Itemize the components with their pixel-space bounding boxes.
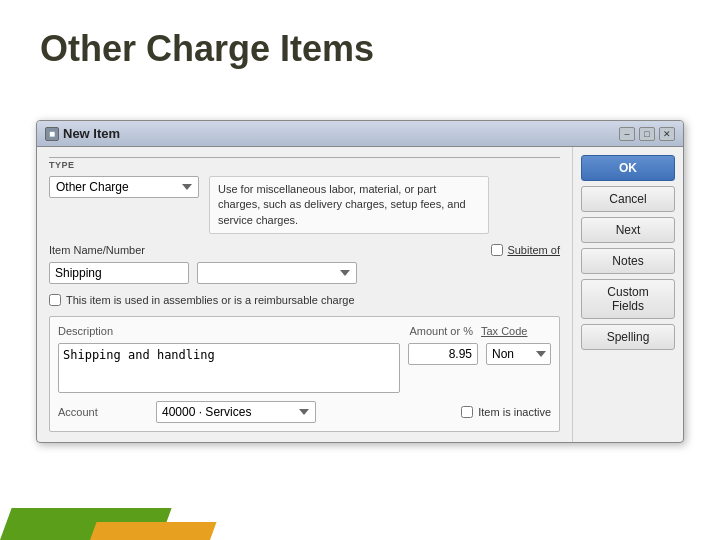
description-area: Description Amount or % Tax Code Shippin… — [49, 316, 560, 432]
taxcode-header: Tax Code — [481, 325, 551, 337]
account-label: Account — [58, 406, 148, 418]
amount-input[interactable] — [408, 343, 478, 365]
titlebar-controls: – □ ✕ — [619, 127, 675, 141]
desc-header-row: Description Amount or % Tax Code — [58, 325, 551, 337]
dialog-left-panel: TYPE Other Charge Use for miscellaneous … — [37, 147, 573, 442]
item-name-input[interactable] — [49, 262, 189, 284]
custom-fields-button[interactable]: Custom Fields — [581, 279, 675, 319]
maximize-button[interactable]: □ — [639, 127, 655, 141]
description-header: Description — [58, 325, 375, 337]
item-name-label: Item Name/Number — [49, 244, 145, 256]
assembly-checkbox[interactable] — [49, 294, 61, 306]
assembly-label: This item is used in assemblies or is a … — [66, 294, 355, 306]
dialog-title: New Item — [63, 126, 120, 141]
type-row: Other Charge Use for miscellaneous labor… — [49, 176, 560, 234]
subitem-label: Subitem of — [507, 244, 560, 256]
dialog-icon: ■ — [45, 127, 59, 141]
ok-button[interactable]: OK — [581, 155, 675, 181]
amount-header: Amount or % — [383, 325, 473, 337]
dialog-right-panel: OK Cancel Next Notes Custom Fields Spell… — [573, 147, 683, 442]
next-button[interactable]: Next — [581, 217, 675, 243]
cancel-button[interactable]: Cancel — [581, 186, 675, 212]
type-description: Use for miscellaneous labor, material, o… — [209, 176, 489, 234]
subitem-row: Subitem of — [491, 244, 560, 256]
taxcode-select[interactable]: Non — [486, 343, 551, 365]
page-title: Other Charge Items — [0, 0, 720, 90]
type-section-label: TYPE — [49, 157, 560, 170]
type-select[interactable]: Other Charge — [49, 176, 199, 198]
notes-button[interactable]: Notes — [581, 248, 675, 274]
minimize-button[interactable]: – — [619, 127, 635, 141]
new-item-dialog: ■ New Item – □ ✕ TYPE Other Charge Use f… — [36, 120, 684, 443]
desc-inputs-row: Shipping and handling Non — [58, 343, 551, 393]
inactive-label: Item is inactive — [478, 406, 551, 418]
subitem-checkbox[interactable] — [491, 244, 503, 256]
item-name-row: Item Name/Number Subitem of — [49, 244, 560, 256]
assembly-row: This item is used in assemblies or is a … — [49, 294, 560, 306]
account-select[interactable]: 40000 · Services — [156, 401, 316, 423]
item-inputs-row — [49, 262, 560, 284]
inactive-row: Item is inactive — [461, 406, 551, 418]
subitem-select[interactable] — [197, 262, 357, 284]
bottom-bar-orange — [90, 522, 217, 540]
dialog-body: TYPE Other Charge Use for miscellaneous … — [37, 147, 683, 442]
description-input[interactable]: Shipping and handling — [58, 343, 400, 393]
account-inactive-row: Account 40000 · Services Item is inactiv… — [58, 401, 551, 423]
inactive-checkbox[interactable] — [461, 406, 473, 418]
spelling-button[interactable]: Spelling — [581, 324, 675, 350]
close-button[interactable]: ✕ — [659, 127, 675, 141]
dialog-titlebar: ■ New Item – □ ✕ — [37, 121, 683, 147]
